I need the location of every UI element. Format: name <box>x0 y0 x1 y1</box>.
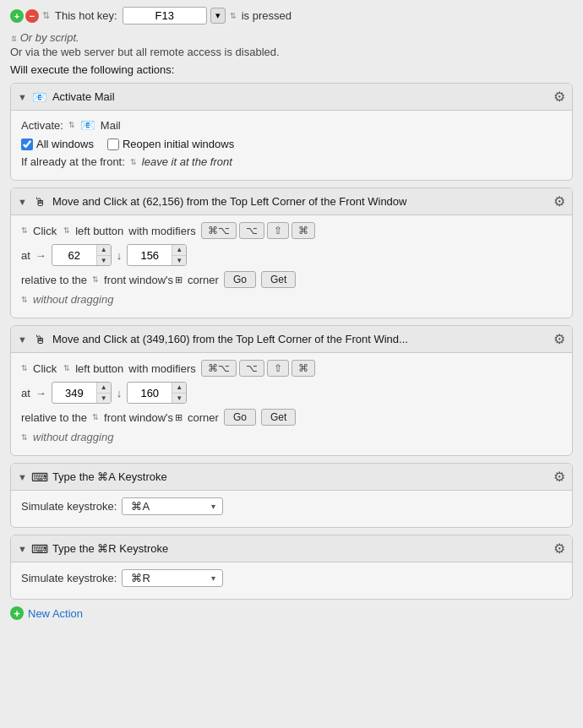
remove-icon[interactable]: − <box>25 9 39 23</box>
action-body-keystroke: Simulate keystroke: ⌘A ▾ <box>11 491 572 527</box>
at-row: at → ▲ ▼ ↓ ▲ ▼ <box>21 244 562 266</box>
keystroke-value: ⌘R <box>131 572 206 584</box>
window-ref-text: front window's <box>104 274 173 286</box>
mod-cmd-opt[interactable]: ⌘⌥ <box>201 222 237 239</box>
hotkey-input[interactable] <box>123 7 207 24</box>
new-action-label: New Action <box>28 607 83 620</box>
action-block-keystroke-cmd-a: ▼ ⌨ Type the ⌘A Keystroke ⚙ Simulate key… <box>10 463 573 528</box>
y-input-wrap: ▲ ▼ <box>127 244 187 266</box>
all-windows-check-wrap[interactable]: All windows <box>21 138 94 150</box>
collapse-arrow[interactable]: ▼ <box>18 472 27 482</box>
windows-row: All windows Reopen initial windows <box>21 138 562 150</box>
x-up-btn[interactable]: ▲ <box>97 383 111 394</box>
y-spinner[interactable]: ▲ ▼ <box>172 245 186 265</box>
mod-shift[interactable]: ⇧ <box>267 360 289 377</box>
corner-label: corner <box>188 274 219 286</box>
collapse-arrow[interactable]: ▼ <box>18 544 27 554</box>
mail-icon: 📧 <box>80 117 95 133</box>
y-arrow-icon: ↓ <box>117 249 123 262</box>
get-button[interactable]: Get <box>261 271 296 288</box>
action-gear-button[interactable]: ⚙ <box>553 541 565 557</box>
all-windows-label: All windows <box>36 138 94 150</box>
hotkey-arrows-icon: ⇅ <box>230 12 237 20</box>
if-front-label: If already at the front: <box>21 155 125 168</box>
simulate-label: Simulate keystroke: <box>21 500 117 513</box>
mod-shift[interactable]: ⇧ <box>267 222 289 239</box>
collapse-arrow[interactable]: ▼ <box>18 334 27 345</box>
at-label: at <box>21 249 30 262</box>
y-down-btn[interactable]: ▼ <box>172 394 186 404</box>
button-label: left button <box>75 362 123 375</box>
collapse-arrow[interactable]: ▼ <box>18 197 27 207</box>
mod-opt[interactable]: ⌥ <box>239 222 264 239</box>
x-down-btn[interactable]: ▼ <box>97 256 111 266</box>
y-arrow-icon: ↓ <box>117 387 123 399</box>
reopen-check-wrap[interactable]: Reopen initial windows <box>107 138 234 150</box>
at-row: at → ▲ ▼ ↓ ▲ ▼ <box>21 382 562 404</box>
keystroke-dropdown-arrow[interactable]: ▾ <box>211 573 215 583</box>
collapse-arrow[interactable]: ▼ <box>18 92 27 102</box>
x-up-btn[interactable]: ▲ <box>97 245 111 256</box>
y-up-btn[interactable]: ▲ <box>172 245 186 256</box>
y-input[interactable] <box>128 247 172 263</box>
action-type-icon: 🖱 <box>32 194 47 209</box>
x-down-btn[interactable]: ▼ <box>97 394 111 404</box>
mod-opt[interactable]: ⌥ <box>239 360 264 377</box>
new-action-plus-icon: + <box>10 606 24 620</box>
drag-row: ⇅ without dragging <box>21 431 562 443</box>
relative-row: relative to the ⇅ front window's ⊞ corne… <box>21 271 562 288</box>
new-action-row: + New Action <box>10 606 573 620</box>
action-header-left: ▼ ⌨ Type the ⌘A Keystroke <box>18 470 167 485</box>
action-gear-button[interactable]: ⚙ <box>553 89 565 105</box>
mod-cmd[interactable]: ⌘ <box>292 222 315 239</box>
mod-cmd-opt[interactable]: ⌘⌥ <box>201 360 237 377</box>
x-input[interactable] <box>52 385 96 401</box>
execute-line: Will execute the following actions: <box>10 63 573 76</box>
activate-app-value: Mail <box>101 119 121 132</box>
keystroke-select[interactable]: ⌘A ▾ <box>122 497 223 515</box>
action-header-move-click-1: ▼ 🖱 Move and Click at (62,156) from the … <box>11 188 572 215</box>
x-input[interactable] <box>52 247 96 263</box>
action-title: Move and Click at (349,160) from the Top… <box>52 333 408 345</box>
y-input[interactable] <box>128 385 172 401</box>
x-spinner[interactable]: ▲ ▼ <box>96 245 111 265</box>
keystroke-select[interactable]: ⌘R ▾ <box>122 569 223 587</box>
go-button[interactable]: Go <box>224 271 256 288</box>
keystroke-value: ⌘A <box>131 500 206 513</box>
reopen-label: Reopen initial windows <box>123 138 234 150</box>
corner-label: corner <box>188 411 219 424</box>
if-front-value: leave it at the front <box>142 155 232 168</box>
keystroke-dropdown-arrow[interactable]: ▾ <box>211 502 215 511</box>
x-spinner[interactable]: ▲ ▼ <box>96 383 111 403</box>
mod-cmd[interactable]: ⌘ <box>292 360 315 377</box>
drag-label: without dragging <box>33 431 113 443</box>
x-arrow-icon: → <box>35 387 46 399</box>
x-arrow-icon: → <box>35 249 46 262</box>
action-block-keystroke-cmd-r: ▼ ⌨ Type the ⌘R Keystroke ⚙ Simulate key… <box>10 535 573 600</box>
action-gear-button[interactable]: ⚙ <box>553 331 565 347</box>
hotkey-dropdown-btn[interactable]: ▾ <box>210 8 226 24</box>
action-type-icon: 📧 <box>32 90 47 105</box>
action-header-keystroke-cmd-r: ▼ ⌨ Type the ⌘R Keystroke ⚙ <box>11 535 572 562</box>
relative-label: relative to the <box>21 274 87 286</box>
reopen-checkbox[interactable] <box>107 139 119 150</box>
go-button[interactable]: Go <box>224 409 256 426</box>
relative-arrows-icon: ⇅ <box>92 275 99 284</box>
front-arrows-icon: ⇅ <box>130 158 137 166</box>
add-icon[interactable]: + <box>10 9 24 23</box>
simulate-label: Simulate keystroke: <box>21 572 117 584</box>
all-windows-checkbox[interactable] <box>21 139 33 150</box>
get-button[interactable]: Get <box>261 409 296 426</box>
y-up-btn[interactable]: ▲ <box>172 383 186 394</box>
action-gear-button[interactable]: ⚙ <box>553 193 565 209</box>
y-spinner[interactable]: ▲ ▼ <box>172 383 186 403</box>
script-line: ⇅ Or by script. <box>10 31 573 44</box>
button-arrows-icon: ⇅ <box>63 226 70 235</box>
click-row: ⇅ Click ⇅ left button with modifiers ⌘⌥ … <box>21 222 562 239</box>
new-action-button[interactable]: + New Action <box>10 606 83 620</box>
y-down-btn[interactable]: ▼ <box>172 256 186 266</box>
action-gear-button[interactable]: ⚙ <box>553 469 565 485</box>
action-body-activate: Activate: ⇅ 📧 Mail All windows Reopen in… <box>11 111 572 180</box>
add-remove-icons[interactable]: + − ⇅ <box>10 9 50 23</box>
button-arrows-icon: ⇅ <box>63 364 70 372</box>
